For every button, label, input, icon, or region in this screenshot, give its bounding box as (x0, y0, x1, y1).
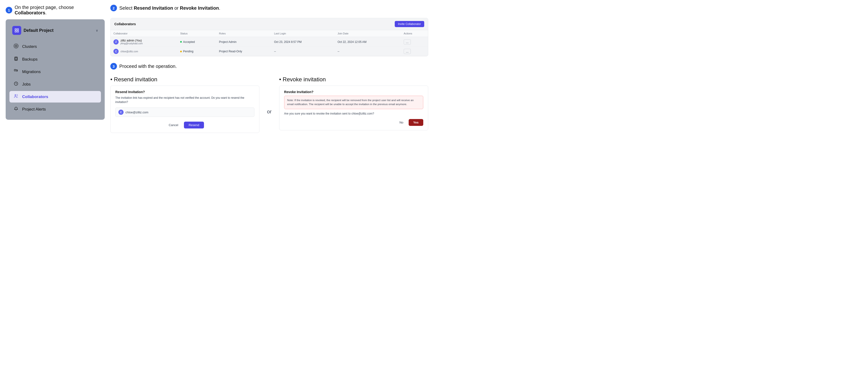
resend-dialog: Resend Invitation? The invitation link h… (111, 86, 259, 133)
migrations-icon (13, 69, 19, 75)
revoke-dialog-actions: No Yes (284, 119, 423, 126)
step2-text: Select Resend Invitation or Revoke Invit… (119, 5, 220, 11)
avatar-2: C (114, 49, 119, 54)
user-email-1: j4mg@rustyload.com (121, 42, 143, 45)
user-info-2: chloe@zilliz.com (121, 50, 138, 53)
revoke-section: Revoke invitation Revoke Invitation? Not… (279, 76, 428, 130)
project-icon (12, 26, 21, 35)
col-header-collaborator: Collaborator (111, 30, 177, 37)
revoke-no-button[interactable]: No (397, 119, 406, 126)
role-2: Project Read-Only (216, 47, 271, 56)
step3-heading: 3 Proceed with the operation. (111, 63, 428, 69)
col-header-joindate: Join Date (335, 30, 401, 37)
svg-rect-4 (15, 58, 17, 60)
clusters-icon (13, 43, 19, 50)
invite-collaborator-button[interactable]: Invite Collaborator (395, 21, 424, 27)
sidebar-label-backups: Backups (22, 57, 37, 62)
svg-point-7 (15, 95, 16, 96)
collab-panel-title: Collaborators (114, 22, 136, 26)
sidebar-item-migrations[interactable]: Migrations (9, 66, 101, 77)
user-info-1: zilliz admin (You) j4mg@rustyload.com (121, 39, 143, 45)
sidebar-label-project-alerts: Project Alerts (22, 107, 46, 112)
revoke-dialog-title: Revoke Invitation? (284, 90, 423, 94)
resend-section: Resend invitation Resend Invitation? The… (111, 76, 259, 133)
step3-columns: Resend invitation Resend Invitation? The… (111, 76, 428, 133)
col-header-roles: Roles (216, 30, 271, 37)
or-divider: or (265, 109, 274, 115)
resend-confirm-button[interactable]: Resend (184, 122, 204, 128)
user-email-2: chloe@zilliz.com (121, 50, 138, 53)
role-1: Project Admin (216, 37, 271, 47)
svg-point-1 (14, 44, 18, 48)
collab-table: Collaborator Status Roles Last Login Joi… (111, 30, 428, 56)
actions-btn-1[interactable]: ... (404, 39, 411, 44)
resend-heading: Resend invitation (111, 76, 259, 83)
project-alerts-icon (13, 106, 19, 112)
svg-point-0 (15, 45, 17, 47)
lastlogin-1: Oct 23, 2024 8:57 PM (271, 37, 335, 47)
lastlogin-2: -- (271, 47, 335, 56)
step2-section: 2 Select Resend Invitation or Revoke Inv… (111, 5, 428, 56)
backups-icon (13, 56, 19, 62)
sidebar-panel: Default Project ∨ Clusters (6, 19, 105, 120)
user-name-1: zilliz admin (You) (121, 39, 143, 42)
resend-dialog-title: Resend Invitation? (115, 90, 254, 94)
resend-dialog-body: The invitation link has expired and the … (115, 96, 254, 104)
resend-cancel-button[interactable]: Cancel (166, 122, 181, 128)
resend-email-chip: C chloe@zilliz.com (115, 107, 254, 117)
status-dot-pending (180, 51, 182, 52)
revoke-heading: Revoke invitation (279, 76, 428, 83)
sidebar-label-jobs: Jobs (22, 82, 31, 87)
user-cell-1: Z zilliz admin (You) j4mg@rustyload.com (114, 39, 175, 45)
step3-text: Proceed with the operation. (119, 64, 177, 69)
col-header-status: Status (177, 30, 216, 37)
jobs-icon (13, 81, 19, 87)
project-header: Default Project ∨ (9, 24, 101, 37)
table-row: Z zilliz admin (You) j4mg@rustyload.com (111, 37, 428, 47)
joindate-1: Oct 22, 2024 12:05 AM (335, 37, 401, 47)
step3-section: 3 Proceed with the operation. Resend inv… (111, 63, 428, 133)
resend-dialog-actions: Cancel Resend (115, 121, 254, 128)
step1-heading: 1 On the project page, choose Collaborat… (6, 5, 105, 15)
resend-email-text: chloe@zilliz.com (125, 110, 148, 114)
collaborators-panel: Collaborators Invite Collaborator Collab… (111, 18, 428, 56)
resend-email-avatar: C (118, 109, 124, 115)
revoke-confirm-text: Are you sure you want to revoke the invi… (284, 112, 423, 115)
revoke-yes-button[interactable]: Yes (409, 119, 423, 126)
status-dot-accepted (180, 41, 182, 43)
collab-header: Collaborators Invite Collaborator (111, 18, 428, 30)
sidebar-item-collaborators[interactable]: Collaborators (9, 91, 101, 102)
project-name: Default Project (24, 28, 93, 33)
step2-badge: 2 (111, 5, 117, 11)
revoke-dialog: Revoke Invitation? Note: If the invitati… (279, 86, 428, 130)
sidebar-label-migrations: Migrations (22, 69, 40, 74)
collaborators-icon (13, 94, 19, 100)
user-cell-2: C chloe@zilliz.com (114, 49, 175, 54)
step1-badge: 1 (6, 7, 12, 13)
sidebar-label-clusters: Clusters (22, 44, 37, 49)
step1-text: On the project page, choose Collaborator… (14, 5, 105, 15)
collab-table-wrapper: Collaborator Status Roles Last Login Joi… (111, 30, 428, 56)
step3-badge: 3 (111, 63, 117, 69)
svg-rect-5 (14, 69, 16, 71)
status-1: Accepted (180, 40, 213, 43)
revoke-warning-box: Note: If the invitation is revoked, the … (284, 96, 423, 109)
chevron-down-icon: ∨ (96, 29, 98, 32)
sidebar-label-collaborators: Collaborators (22, 95, 48, 99)
sidebar-item-backups[interactable]: Backups (9, 54, 101, 65)
sidebar-item-clusters[interactable]: Clusters (9, 40, 101, 53)
sidebar-item-jobs[interactable]: Jobs (9, 78, 101, 90)
col-header-lastlogin: Last Login (271, 30, 335, 37)
step2-heading: 2 Select Resend Invitation or Revoke Inv… (111, 5, 428, 11)
avatar-1: Z (114, 39, 119, 44)
actions-btn-2[interactable]: ... (404, 49, 411, 54)
col-header-actions: Actions (401, 30, 428, 37)
table-row: C chloe@zilliz.com Pend (111, 47, 428, 56)
sidebar-item-project-alerts[interactable]: Project Alerts (9, 103, 101, 115)
status-2: Pending (180, 50, 213, 53)
sidebar-nav: Clusters Backups (9, 40, 101, 115)
joindate-2: -- (335, 47, 401, 56)
